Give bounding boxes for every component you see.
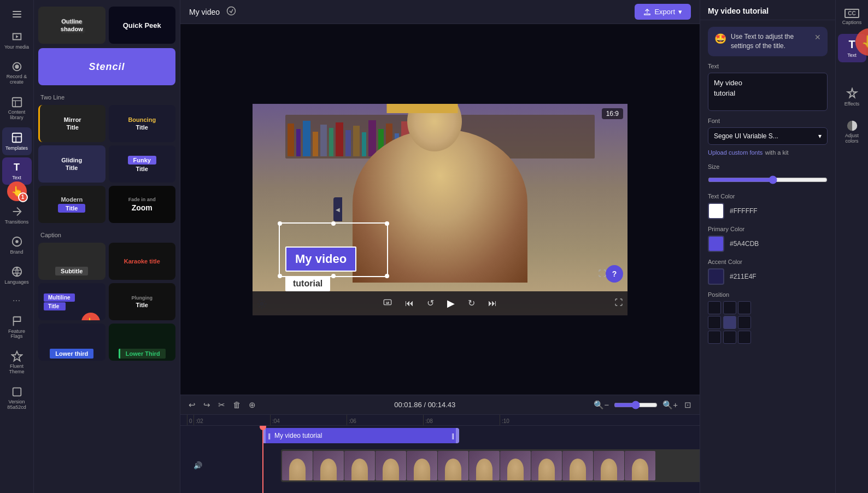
fullscreen-button[interactable]: [614, 298, 623, 308]
template-panel: Outline shadow Quick Peek Stencil Two Li…: [34, 0, 180, 493]
right-tools: CC Captions T Text 👆 3 Effects Adjust co…: [835, 0, 868, 493]
redo-button[interactable]: ↪: [202, 398, 212, 412]
video-thumb-2: [313, 451, 344, 480]
text-input[interactable]: My video tutorial: [708, 73, 828, 111]
primary-color-value: #5A4CDB: [730, 240, 759, 248]
zoom-out-button[interactable]: 🔍−: [592, 398, 611, 412]
add-to-timeline-button[interactable]: ⊕: [247, 398, 257, 412]
save-icon[interactable]: [226, 6, 236, 18]
accent-color-swatch[interactable]: [708, 268, 724, 285]
template-fade-zoom[interactable]: Fade in and Zoom: [109, 186, 176, 223]
adjust-colors-tool[interactable]: Adjust colors: [838, 115, 866, 149]
text-clip[interactable]: ‖ My video tutorial ‖: [262, 428, 459, 443]
video-thumb-6: [438, 451, 468, 480]
top-bar: My video Export ▾: [180, 0, 700, 24]
aspect-ratio-badge[interactable]: 16:9: [602, 108, 623, 119]
text-color-label: Text Color: [708, 193, 828, 199]
skip-forward-button[interactable]: ⏭: [486, 296, 499, 310]
clip-label: My video tutorial: [274, 432, 322, 439]
undo-button[interactable]: ↩: [187, 398, 197, 412]
effects-tool[interactable]: Effects: [838, 83, 866, 111]
right-panel-header: My video tutorial: [700, 0, 835, 20]
zoom-in-button[interactable]: 🔍+: [661, 398, 679, 412]
video-thumb-11: [594, 451, 624, 480]
pos-top-right[interactable]: [738, 301, 751, 314]
timeline-playhead[interactable]: [262, 426, 263, 493]
sidebar-item-feature-flags[interactable]: FeatureFlags: [2, 311, 32, 344]
text-tool[interactable]: T Text 👆 3: [838, 34, 866, 62]
pos-top-center[interactable]: [723, 301, 736, 314]
font-selector[interactable]: Segoe UI Variable S... ▾: [708, 127, 828, 145]
help-button[interactable]: ?: [606, 265, 623, 283]
delete-button[interactable]: 🗑: [231, 398, 243, 411]
template-subtitle[interactable]: Subtitle: [38, 243, 105, 280]
template-bouncing-title[interactable]: Bouncing Title: [109, 105, 176, 142]
template-funky-title[interactable]: Funky Title: [109, 145, 176, 183]
play-button[interactable]: ▶: [445, 295, 457, 312]
sidebar-item-record-create[interactable]: Record &create: [2, 56, 32, 90]
video-overlay-subtitle: tutorial: [285, 276, 330, 291]
pos-mid-right[interactable]: [738, 316, 751, 329]
skip-back-button[interactable]: ⏮: [403, 296, 416, 310]
template-quick-peek[interactable]: Quick Peek: [109, 7, 176, 44]
sidebar-item-templates[interactable]: Templates: [2, 127, 32, 155]
clip-handle-right[interactable]: [456, 428, 459, 443]
pos-mid-center[interactable]: [723, 316, 736, 329]
pos-bot-left[interactable]: [708, 331, 721, 344]
upload-fonts-link[interactable]: Upload custom fonts: [708, 149, 763, 156]
sidebar-item-version: Version85a52cd: [2, 382, 32, 415]
sidebar-item-text[interactable]: T Text 👆 1: [2, 157, 32, 185]
sidebar-item-content-library[interactable]: Contentlibrary: [2, 92, 32, 125]
font-value: Segoe UI Variable S...: [714, 132, 778, 140]
zoom-slider[interactable]: [614, 401, 658, 409]
ruler-mark-08: :08: [423, 415, 500, 425]
pos-bot-center[interactable]: [723, 331, 736, 344]
text-color-value: #FFFFFF: [730, 207, 758, 215]
expand-icon[interactable]: [598, 269, 607, 280]
template-plunging-title[interactable]: Plunging Title: [109, 283, 176, 320]
template-gliding-title[interactable]: Gliding Title: [38, 145, 105, 183]
video-thumb-1: [282, 451, 313, 480]
sidebar-item-your-media[interactable]: Your media: [2, 26, 32, 54]
sidebar-item-brand[interactable]: Brand: [2, 231, 32, 259]
template-mirror-title[interactable]: Mirror Title: [38, 105, 105, 142]
zoom-controls: 🔍− 🔍+ ⊡: [592, 398, 693, 412]
size-slider[interactable]: [708, 175, 828, 184]
cut-button[interactable]: ✂: [216, 398, 227, 412]
sidebar-item-languages[interactable]: Languages: [2, 261, 32, 289]
project-name: My video: [189, 8, 220, 16]
primary-color-swatch[interactable]: [708, 236, 724, 252]
video-thumb-10: [562, 451, 593, 480]
template-outline-shadow[interactable]: Outline shadow: [38, 7, 105, 44]
template-modern-title[interactable]: Modern Title: [38, 186, 105, 223]
text-color-swatch[interactable]: [708, 203, 724, 219]
fast-forward-button[interactable]: ↻: [466, 296, 477, 310]
template-stencil[interactable]: Stencil: [38, 48, 175, 85]
template-multiline-title[interactable]: Multiline Title 👆 2: [38, 283, 105, 320]
pos-bot-right[interactable]: [738, 331, 751, 344]
pos-top-left[interactable]: [708, 301, 721, 314]
sidebar-item-fluent-theme[interactable]: FluentTheme: [2, 346, 32, 379]
cc-button[interactable]: [381, 296, 394, 311]
fit-timeline-button[interactable]: ⊡: [683, 398, 693, 412]
ruler-mark-02: :02: [193, 415, 270, 425]
template-lower-third[interactable]: Lower third: [38, 324, 105, 361]
export-button[interactable]: Export ▾: [635, 4, 691, 20]
right-panel-content: 🤩 Use Text to adjust the settings of the…: [700, 20, 835, 493]
captions-tool[interactable]: CC Captions: [838, 4, 866, 30]
timeline-ruler: 0 :02 :04 :06 :08 :10: [180, 415, 700, 426]
collapse-panel-button[interactable]: ◀: [333, 197, 342, 221]
rewind-button[interactable]: ↺: [425, 296, 436, 310]
video-strip[interactable]: [281, 449, 700, 482]
svg-point-10: [12, 267, 21, 276]
ruler-mark-0: 0: [187, 415, 193, 425]
font-dropdown-icon: ▾: [818, 132, 822, 140]
template-karaoke-title[interactable]: Karaoke title: [109, 243, 176, 280]
pos-mid-left[interactable]: [708, 316, 721, 329]
sidebar-item-transitions[interactable]: Transitions: [2, 201, 32, 229]
hint-close-button[interactable]: ✕: [814, 32, 821, 43]
sidebar-menu-button[interactable]: [2, 4, 32, 24]
volume-icon[interactable]: 🔊: [193, 461, 202, 469]
template-lower-third-2[interactable]: Lower Third: [109, 324, 176, 361]
sidebar-item-more[interactable]: ···: [2, 291, 32, 309]
